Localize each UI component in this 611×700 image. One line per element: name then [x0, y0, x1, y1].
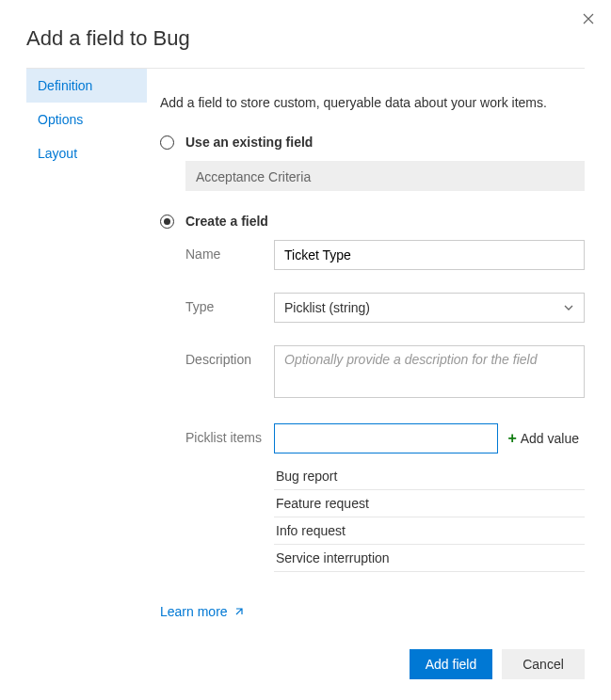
radio-use-existing-label: Use an existing field: [185, 135, 313, 150]
radio-use-existing[interactable]: [160, 135, 174, 150]
sidebar-item-definition[interactable]: Definition: [26, 69, 147, 103]
cancel-button[interactable]: Cancel: [502, 649, 585, 679]
description-label: Description: [185, 345, 274, 401]
radio-create-field-label: Create a field: [185, 214, 268, 229]
dialog-title: Add a field to Bug: [0, 0, 611, 68]
sidebar-item-options[interactable]: Options: [26, 103, 147, 136]
picklist-item[interactable]: Feature request: [274, 490, 585, 517]
type-select-value: Picklist (string): [284, 300, 370, 315]
radio-create-field[interactable]: [160, 215, 174, 229]
sidebar-item-layout[interactable]: Layout: [26, 136, 147, 170]
picklist-item[interactable]: Bug report: [274, 463, 585, 490]
chevron-down-icon: [563, 302, 574, 313]
add-value-label: Add value: [521, 431, 579, 446]
external-link-icon: [233, 606, 245, 617]
main-panel: Add a field to store custom, queryable d…: [147, 69, 611, 619]
description-input[interactable]: [274, 345, 585, 398]
intro-text: Add a field to store custom, queryable d…: [160, 95, 585, 110]
learn-more-label: Learn more: [160, 604, 228, 619]
picklist-label: Picklist items: [185, 423, 274, 572]
picklist-item[interactable]: Service interruption: [274, 545, 585, 572]
picklist-item[interactable]: Info request: [274, 517, 585, 545]
close-button[interactable]: [579, 9, 598, 28]
sidebar: Definition Options Layout: [26, 69, 147, 619]
existing-field-select: Acceptance Criteria: [185, 161, 585, 191]
add-value-button[interactable]: + Add value: [498, 423, 585, 453]
type-label: Type: [185, 293, 274, 323]
plus-icon: +: [507, 430, 516, 447]
picklist-new-item-input[interactable]: [274, 423, 498, 453]
name-input[interactable]: [274, 240, 585, 270]
name-label: Name: [185, 240, 274, 270]
learn-more-link[interactable]: Learn more: [160, 604, 245, 619]
add-field-button[interactable]: Add field: [410, 649, 492, 679]
close-icon: [583, 13, 594, 24]
type-select[interactable]: Picklist (string): [274, 293, 585, 323]
